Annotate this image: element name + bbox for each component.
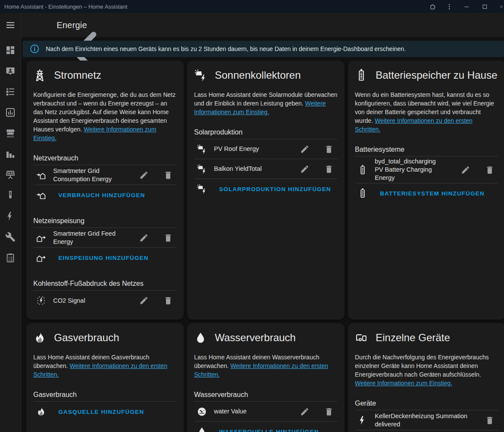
edit-button[interactable] [135,166,153,184]
minimize-button[interactable] [457,0,475,13]
card-title: Sonnenkollektoren [215,69,301,81]
table-row: PV Roof Energy [194,139,338,159]
section-title: Solarproduktion [194,128,338,139]
settings-wrench-icon [5,232,16,242]
window-controls [424,0,504,13]
edit-button[interactable] [135,292,153,309]
pencil-icon [300,164,309,174]
delete-button[interactable] [481,161,498,179]
add-gas-button[interactable]: GASQUELLE HINZUFÜGEN [33,402,177,422]
close-button[interactable] [494,0,504,13]
edit-button[interactable] [135,229,153,246]
delete-button[interactable] [159,292,177,309]
row-label: CO2 Signal [53,297,128,305]
section-title: Kohlenstoff-Fußabdruck des Netzes [33,279,177,291]
pencil-icon [139,296,149,305]
table-row: byd_total_discharging PV Battery Chargin… [355,157,498,183]
trash-icon [485,416,494,425]
trash-icon [163,296,173,305]
card-title: Stromnetz [54,69,101,81]
edit-button[interactable] [457,161,474,179]
card-sonnenkollektoren: Sonnenkollektoren Lass Home Assistant de… [187,61,345,320]
section-title: Gasverbrauch [33,390,177,402]
delete-button[interactable] [159,229,177,246]
delete-button[interactable] [320,403,338,420]
flash-icon [357,415,368,426]
sidebar-item-statistics[interactable] [0,144,21,164]
row-label: KellerDeckenheizung Summation delivered [375,412,474,429]
sidebar-item-todo-list[interactable] [0,81,21,102]
trash-icon [163,233,173,243]
section-title: Netzverbrauch [33,154,177,165]
table-row: Smartmeter Grid Consumption Energy [33,165,177,185]
solar-power-icon [197,184,207,194]
statistics-icon [5,149,16,159]
card-stromnetz: Stromnetz Konfiguriere die Energiemenge,… [26,61,184,320]
gauge-icon [197,406,207,417]
solar-panel-icon [5,170,16,180]
add-solar-button[interactable]: SOLARPRODUKTION HINZUFÜGEN [194,179,338,199]
card-description: Konfiguriere die Energiemenge, die du au… [33,90,177,142]
fire-icon [33,331,46,344]
card-wasserverbrauch: Wasserverbrauch Lass Home Assistant dein… [187,323,345,432]
table-row: Smartmeter Grid Feed Energy [33,228,177,248]
page-header: Energie [21,13,504,37]
maximize-button[interactable] [475,0,494,13]
info-banner-text: Nach dem Einrichten eines neuen Geräts k… [46,45,406,52]
sidebar-item-history[interactable] [0,102,21,123]
fire-icon [36,406,46,417]
window-title: Home Assistant - Einstellungen – Home As… [0,3,424,10]
extensions-icon[interactable] [424,0,441,13]
pencil-icon [300,407,309,416]
edit-button[interactable] [296,141,313,158]
delete-button[interactable] [320,141,338,158]
section-title: Netzeinspeisung [33,216,177,228]
edit-button[interactable] [296,403,313,420]
sidebar-item-developer-tools[interactable] [0,185,21,206]
table-row: water Value [194,402,338,422]
sidebar-item-settings[interactable] [0,227,21,247]
sidebar-item-dashboard[interactable] [0,40,21,61]
learn-more-link[interactable]: Weitere Informationen zum Einstieg. [355,380,452,387]
delete-button[interactable] [481,412,498,429]
card-description: Lass Home Assistant deinen Gasverbrauch … [33,353,177,379]
card-description: Lass Home Assistant deinen Wasserverbrau… [194,353,338,379]
sidebar-item-hacs[interactable] [0,123,21,144]
trash-icon [163,170,173,180]
pencil-icon [461,165,470,175]
table-row: Balkon YieldTotal [194,159,338,179]
section-title: Batteriesysteme [355,145,498,157]
card-einzelne-geraete: Einzelne Geräte Durch die Nachverfolgung… [348,323,504,432]
trash-icon [485,165,494,175]
sidebar-item-energy[interactable] [0,206,21,227]
add-water-button[interactable]: WASSERQUELLE HINZUFÜGEN [194,422,338,432]
home-import-icon [36,170,46,180]
sidebar [0,13,21,432]
add-consumption-button[interactable]: VERBRAUCH HINZUFÜGEN [33,185,177,205]
card-title: Gasverbrauch [54,332,119,344]
hacs-store-icon [5,128,16,138]
pencil-icon [139,233,149,243]
card-gasverbrauch: Gasverbrauch Lass Home Assistant deinen … [26,323,184,432]
trash-icon [324,144,334,154]
add-return-button[interactable]: EINSPEISUNG HINZUFÜGEN [33,248,177,268]
sidebar-item-logbook[interactable] [0,247,21,268]
add-battery-button[interactable]: BATTERIESYSTEM HINZUFÜGEN [355,183,498,203]
row-label: PV Roof Energy [214,145,289,153]
delete-button[interactable] [320,160,338,178]
home-export-icon [36,253,46,263]
delete-button[interactable] [159,166,177,184]
energy-flash-icon [5,211,16,221]
sidebar-item-solar[interactable] [0,164,21,185]
pencil-icon [300,144,309,154]
dashboard-icon [5,45,16,55]
kebab-menu-icon[interactable] [441,0,457,13]
history-chart-icon [5,107,16,118]
window-titlebar: Home Assistant - Einstellungen – Home As… [0,0,504,13]
row-label: Balkon YieldTotal [214,165,289,173]
card-batteriespeicher: Batteriespeicher zu Hause Wenn du ein Ba… [348,61,504,320]
edit-button[interactable] [296,160,313,178]
sidebar-item-account[interactable] [0,61,21,81]
hamburger-menu-icon[interactable] [0,13,21,37]
back-button[interactable] [30,20,40,30]
